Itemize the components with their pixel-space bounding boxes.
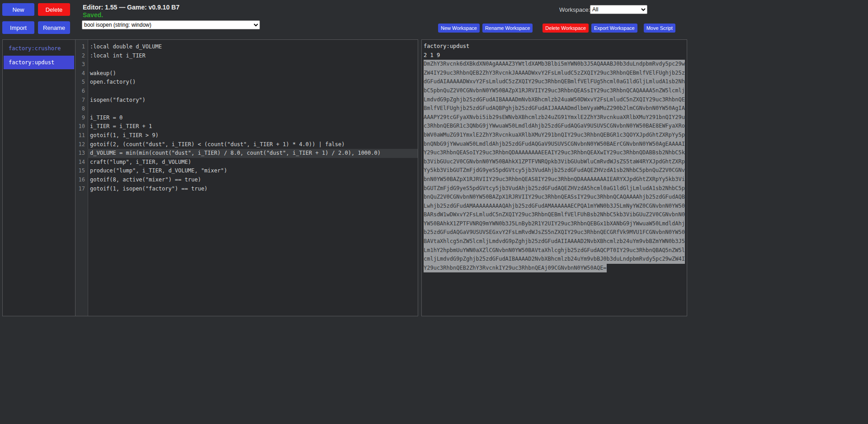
export-base64-line: b25zdGFudAQGaV9USUVSEGxvY2FsLmRvdWJsZS5n… (424, 228, 685, 237)
export-base64-line: bnQNbG9jYWwuaW50LmdldAhjb25zdGFudAQGaV9U… (424, 140, 685, 149)
export-panel: factory:updust 2 1 9 DmZhY3Rvcnk6dXBkdXN… (421, 39, 687, 316)
export-base64-line: dGFudAIAAAAADWxvY2FsLmludC5zZXQIY29uc3Rh… (424, 77, 685, 86)
editor-version-title: Editor: 1.55 — Game: v0.9.10 B7 (83, 4, 179, 11)
code-line: 17 gotoif(1, isopen("factory") == true) (75, 185, 418, 194)
code-line: 14 craft("lump", i_TIER, d_VOLUME) (75, 158, 418, 167)
workspace-action-button[interactable]: New Workspace (438, 24, 480, 33)
workspace-action-button[interactable]: Rename Workspace (482, 24, 533, 33)
code-line-text[interactable] (88, 105, 418, 114)
script-list: factory:crushore factory:updust (3, 40, 75, 316)
delete-script-button[interactable]: Delete (38, 3, 70, 16)
code-line: 8 (75, 105, 418, 114)
export-base64-line: AAAPY29tcGFyaXNvbi5ib29sEWNvbXBhcmlzb24u… (424, 113, 685, 122)
code-line-text[interactable] (88, 60, 418, 69)
line-number: 10 (75, 122, 88, 131)
function-dropdown[interactable]: bool isopen (string: window) (82, 20, 260, 29)
code-line: 6 (75, 87, 418, 96)
export-base64-line: ZW4IY29uc3RhbnQEB2ZhY3RvcnkJAAAADWxvY2Fs… (424, 69, 685, 78)
code-line-text[interactable]: produce("lump", i_TIER, d_VOLUME, "mixer… (88, 167, 418, 176)
line-number: 9 (75, 114, 88, 123)
line-number: 13 (75, 149, 88, 158)
line-number: 8 (75, 105, 88, 114)
code-line: 9 i_TIER = 0 (75, 114, 418, 123)
code-line: 2 :local int i_TIER (75, 52, 418, 61)
export-base64-line: BARsdW1wDWxvY2FsLmludC5nZXQIY29uc3RhbnQE… (424, 210, 685, 219)
export-base64-line: cmljLmdvdG9pZghjb25zdGFudAIBAAAAD2NvbXBh… (424, 255, 685, 264)
code-line: 1 :local double d_VOLUME (75, 43, 418, 52)
export-base64-line: Lm1hY2hpbmUuYWN0aXZlCGNvbnN0YW50BAVtaXhl… (424, 246, 685, 255)
line-number: 14 (75, 158, 88, 167)
line-number: 17 (75, 185, 88, 194)
export-base64-line: Yy5kb3VibGUTZmFjdG9yeS5pdGVtcy5jb3VudAhj… (424, 166, 685, 175)
code-line: 12 gotoif(2, (count("dust", i_TIER) < (c… (75, 140, 418, 149)
line-number: 5 (75, 78, 88, 87)
script-list-item[interactable]: factory:crushore (4, 42, 74, 55)
code-line: 10 i_TIER = i_TIER + 1 (75, 122, 418, 131)
code-line-text[interactable]: gotoif(1, i_TIER > 9) (88, 131, 418, 140)
export-base64-line: Y29uc3RhbnQEASoIY29uc3RhbnQDAAAAAAAAEEAI… (424, 148, 685, 157)
code-line: 5 open.factory() (75, 78, 418, 87)
line-number: 12 (75, 140, 88, 149)
script-list-item[interactable]: factory:updust (4, 56, 74, 69)
export-base64-line: BmlfVElFUghjb25zdGFudAQBPghjb25zdGFudAIJ… (424, 104, 685, 113)
export-base64-line: YW50BAhkX1ZPTFVNRQ9mYWN0b3J5LnByb2R1Y2UI… (424, 219, 685, 229)
code-line: 13 d_VOLUME = min(min(count("dust", i_TI… (75, 149, 418, 158)
workspace-actions: New Workspace Rename Workspace Delete Wo… (438, 24, 675, 33)
export-base64-line: bWV0aWMuZG91YmxlE2ZhY3RvcnkuaXRlbXMuY291… (424, 131, 685, 140)
code-line-text[interactable]: gotoif(8, active("mixer") == true) (88, 176, 418, 185)
code-line-text[interactable]: gotoif(2, (count("dust", i_TIER) < (coun… (88, 140, 418, 149)
workspace-label: Workspace: (559, 6, 590, 13)
code-line-text[interactable]: i_TIER = i_TIER + 1 (88, 122, 418, 131)
export-base64-line: DmZhY3Rvcnk6dXBkdXN0AgAAAAZ3YWtldXAMb3Bl… (424, 60, 685, 69)
code-line-text[interactable]: d_VOLUME = min(min(count("dust", i_TIER)… (88, 149, 418, 158)
code-line-text[interactable]: :local int i_TIER (88, 52, 418, 61)
code-line-text[interactable]: gotoif(1, isopen("factory") == true) (88, 185, 418, 194)
export-base64-line: LmdvdG9pZghjb25zdGFudAIBAAAADmNvbXBhcmlz… (424, 95, 685, 105)
save-status: Saved. (83, 11, 103, 19)
export-script-name: factory:updust (424, 42, 685, 51)
export-base64-line: bnQuZ2V0CGNvbnN0YW50BAZpX1RJRVIIY29uc3Rh… (424, 193, 685, 202)
code-line-text[interactable]: craft("lump", i_TIER, d_VOLUME) (88, 158, 418, 167)
workspace-action-button[interactable]: Move Script (644, 24, 675, 33)
workspace-dropdown[interactable]: All (590, 5, 647, 14)
export-base64-line: b3VibGUuc2V0CGNvbnN0YW50BAhkX1ZPTFVNRQpk… (424, 157, 685, 167)
code-line: 11 gotoif(1, i_TIER > 9) (75, 131, 418, 140)
export-base64-line: c3RhbnQEBGR1c3QNbG9jYWwuaW50LmdldAhjb25z… (424, 122, 685, 131)
code-line: 15 produce("lump", i_TIER, d_VOLUME, "mi… (75, 167, 418, 176)
line-number: 15 (75, 167, 88, 176)
new-script-button[interactable]: New (2, 3, 34, 16)
line-number: 11 (75, 131, 88, 140)
export-base64-line: bGUTZmFjdG9yeS5pdGVtcy5jb3VudAhjb25zdGFu… (424, 184, 685, 193)
import-script-button[interactable]: Import (2, 21, 34, 34)
code-editor[interactable]: 1 :local double d_VOLUME 2 :local int i_… (75, 40, 418, 316)
code-line-text[interactable]: isopen("factory") (88, 96, 418, 105)
workspace-action-button[interactable]: Export Workspace (591, 24, 637, 33)
line-number: 1 (75, 43, 88, 52)
rename-script-button[interactable]: Rename (38, 21, 70, 34)
line-number: 2 (75, 52, 88, 61)
export-base64-line: Lwhjb25zdGFudAMAAAAAAAAAQAhjb25zdGFudAMA… (424, 202, 685, 211)
code-line-text[interactable]: :local double d_VOLUME (88, 43, 418, 52)
export-base64-line: Y29uc3RhbnQEB2ZhY3RvcnkIY29uc3RhbnQEAj09… (424, 264, 607, 273)
script-editor-panel: factory:crushore factory:updust 1 :local… (2, 39, 418, 316)
code-line-text[interactable]: open.factory() (88, 78, 418, 87)
code-line: 7 isopen("factory") (75, 96, 418, 105)
export-counts: 2 1 9 (424, 51, 685, 60)
code-line: 4 wakeup() (75, 69, 418, 78)
line-number: 4 (75, 69, 88, 78)
line-number: 16 (75, 176, 88, 185)
line-number: 3 (75, 60, 88, 69)
code-line-text[interactable]: wakeup() (88, 69, 418, 78)
code-line: 3 (75, 60, 418, 69)
export-base64-line: bC5pbnQuZ2V0CGNvbnN0YW50BAZpX1RJRVIIY29u… (424, 86, 685, 95)
code-line-text[interactable] (88, 87, 418, 96)
workspace-action-button[interactable]: Delete Workspace (542, 24, 589, 33)
export-base64-line: bnN0YW50BAZpX1RJRVIIY29uc3RhbnQEAS8IY29u… (424, 175, 685, 184)
export-base64-text[interactable]: DmZhY3Rvcnk6dXBkdXN0AgAAAAZ3YWtldXAMb3Bl… (424, 60, 685, 272)
code-line-text[interactable]: i_TIER = 0 (88, 114, 418, 123)
export-base64-line: BAVtaXhlcg5nZW5lcmljLmdvdG9pZghjb25zdGFu… (424, 237, 685, 246)
line-number: 6 (75, 87, 88, 96)
line-number: 7 (75, 96, 88, 105)
code-line: 16 gotoif(8, active("mixer") == true) (75, 176, 418, 185)
